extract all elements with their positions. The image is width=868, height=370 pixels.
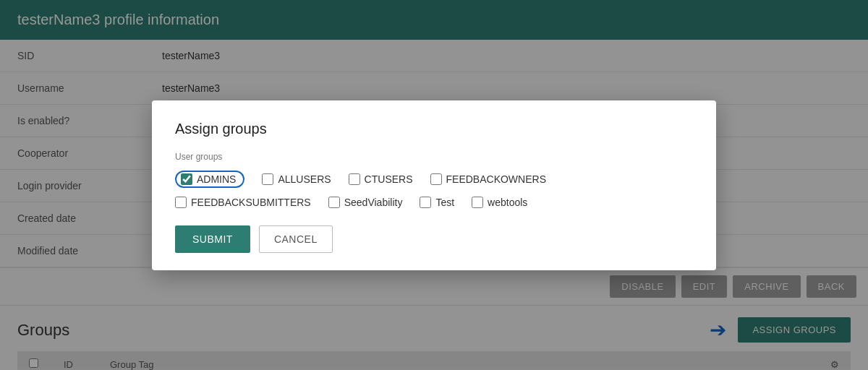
feedbacksubmitters-checkbox[interactable]	[175, 197, 187, 208]
feedbacksubmitters-label: FEEDBACKSUBMITTERS	[191, 197, 311, 208]
submit-button[interactable]: SUBMIT	[175, 225, 250, 253]
assign-groups-dialog: Assign groups User groups ADMINS ALLUSER…	[152, 100, 716, 270]
test-checkbox-item[interactable]: Test	[420, 197, 454, 208]
ctusers-checkbox[interactable]	[349, 173, 360, 185]
allusers-checkbox-item[interactable]: ALLUSERS	[262, 171, 331, 188]
feedbackowners-checkbox[interactable]	[430, 173, 442, 185]
dialog-actions: SUBMIT CANCEL	[175, 225, 693, 253]
feedbacksubmitters-checkbox-item[interactable]: FEEDBACKSUBMITTERS	[175, 197, 311, 208]
admins-label[interactable]: ADMINS	[197, 173, 236, 185]
seedviability-checkbox-item[interactable]: SeedViability	[328, 197, 403, 208]
user-groups-label: User groups	[175, 152, 693, 162]
modal-overlay: Assign groups User groups ADMINS ALLUSER…	[0, 0, 868, 370]
ctusers-checkbox-item[interactable]: CTUSERS	[349, 171, 413, 188]
admins-checkbox-wrapper: ADMINS	[175, 171, 244, 188]
cancel-button[interactable]: CANCEL	[259, 225, 333, 253]
dialog-title: Assign groups	[175, 121, 693, 137]
allusers-label: ALLUSERS	[278, 173, 331, 185]
webtools-label: webtools	[488, 197, 527, 208]
seedviability-checkbox[interactable]	[328, 197, 340, 208]
seedviability-label: SeedViability	[344, 197, 403, 208]
groups-checkboxes-container: ADMINS ALLUSERS CTUSERS FEEDBACKOWNERS F…	[175, 171, 693, 208]
test-label: Test	[435, 197, 454, 208]
webtools-checkbox[interactable]	[472, 197, 483, 208]
feedbackowners-label: FEEDBACKOWNERS	[446, 173, 546, 185]
admins-checkbox[interactable]	[181, 173, 192, 185]
ctusers-label: CTUSERS	[365, 173, 413, 185]
test-checkbox[interactable]	[420, 197, 431, 208]
feedbackowners-checkbox-item[interactable]: FEEDBACKOWNERS	[430, 171, 546, 188]
allusers-checkbox[interactable]	[262, 173, 273, 185]
webtools-checkbox-item[interactable]: webtools	[472, 197, 527, 208]
